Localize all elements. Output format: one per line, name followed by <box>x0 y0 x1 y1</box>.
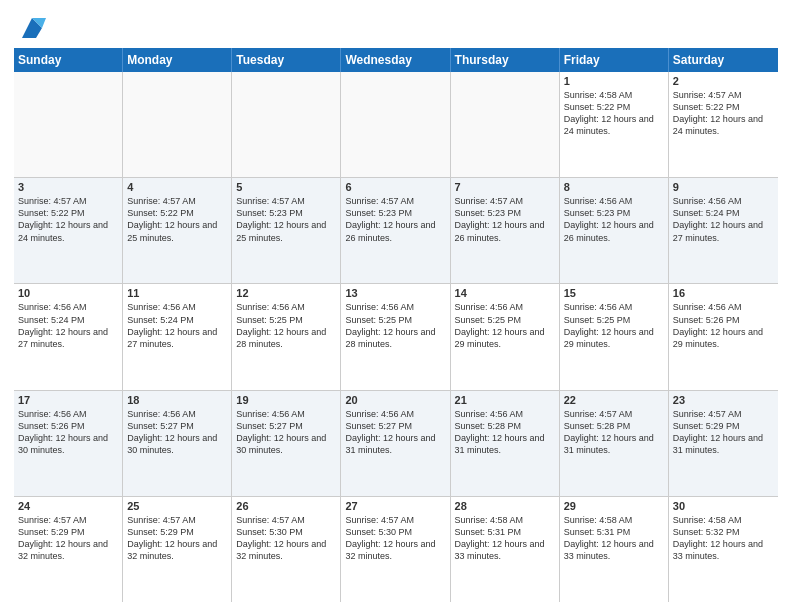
cell-info: Sunrise: 4:57 AM Sunset: 5:22 PM Dayligh… <box>18 196 108 242</box>
cell-info: Sunrise: 4:56 AM Sunset: 5:26 PM Dayligh… <box>18 409 108 455</box>
day-number: 28 <box>455 500 555 512</box>
day-number: 17 <box>18 394 118 406</box>
empty-cell <box>451 72 560 177</box>
page: SundayMondayTuesdayWednesdayThursdayFrid… <box>0 0 792 612</box>
day-cell-23: 23Sunrise: 4:57 AM Sunset: 5:29 PM Dayli… <box>669 391 778 496</box>
day-cell-9: 9Sunrise: 4:56 AM Sunset: 5:24 PM Daylig… <box>669 178 778 283</box>
cell-info: Sunrise: 4:56 AM Sunset: 5:27 PM Dayligh… <box>236 409 326 455</box>
day-cell-2: 2Sunrise: 4:57 AM Sunset: 5:22 PM Daylig… <box>669 72 778 177</box>
cell-info: Sunrise: 4:57 AM Sunset: 5:29 PM Dayligh… <box>673 409 763 455</box>
day-cell-19: 19Sunrise: 4:56 AM Sunset: 5:27 PM Dayli… <box>232 391 341 496</box>
empty-cell <box>123 72 232 177</box>
day-number: 14 <box>455 287 555 299</box>
cell-info: Sunrise: 4:57 AM Sunset: 5:30 PM Dayligh… <box>236 515 326 561</box>
calendar: SundayMondayTuesdayWednesdayThursdayFrid… <box>14 48 778 602</box>
day-number: 16 <box>673 287 774 299</box>
week-row-5: 24Sunrise: 4:57 AM Sunset: 5:29 PM Dayli… <box>14 497 778 602</box>
day-cell-30: 30Sunrise: 4:58 AM Sunset: 5:32 PM Dayli… <box>669 497 778 602</box>
week-row-3: 10Sunrise: 4:56 AM Sunset: 5:24 PM Dayli… <box>14 284 778 390</box>
day-cell-18: 18Sunrise: 4:56 AM Sunset: 5:27 PM Dayli… <box>123 391 232 496</box>
cell-info: Sunrise: 4:58 AM Sunset: 5:31 PM Dayligh… <box>564 515 654 561</box>
week-row-2: 3Sunrise: 4:57 AM Sunset: 5:22 PM Daylig… <box>14 178 778 284</box>
day-cell-20: 20Sunrise: 4:56 AM Sunset: 5:27 PM Dayli… <box>341 391 450 496</box>
cell-info: Sunrise: 4:56 AM Sunset: 5:27 PM Dayligh… <box>345 409 435 455</box>
cell-info: Sunrise: 4:56 AM Sunset: 5:24 PM Dayligh… <box>127 302 217 348</box>
empty-cell <box>14 72 123 177</box>
day-cell-3: 3Sunrise: 4:57 AM Sunset: 5:22 PM Daylig… <box>14 178 123 283</box>
cell-info: Sunrise: 4:57 AM Sunset: 5:30 PM Dayligh… <box>345 515 435 561</box>
cell-info: Sunrise: 4:56 AM Sunset: 5:24 PM Dayligh… <box>18 302 108 348</box>
day-number: 23 <box>673 394 774 406</box>
cell-info: Sunrise: 4:57 AM Sunset: 5:29 PM Dayligh… <box>127 515 217 561</box>
day-number: 22 <box>564 394 664 406</box>
day-number: 20 <box>345 394 445 406</box>
cell-info: Sunrise: 4:58 AM Sunset: 5:31 PM Dayligh… <box>455 515 545 561</box>
day-number: 12 <box>236 287 336 299</box>
cell-info: Sunrise: 4:56 AM Sunset: 5:26 PM Dayligh… <box>673 302 763 348</box>
day-cell-17: 17Sunrise: 4:56 AM Sunset: 5:26 PM Dayli… <box>14 391 123 496</box>
cell-info: Sunrise: 4:56 AM Sunset: 5:25 PM Dayligh… <box>564 302 654 348</box>
day-number: 30 <box>673 500 774 512</box>
cell-info: Sunrise: 4:56 AM Sunset: 5:24 PM Dayligh… <box>673 196 763 242</box>
day-cell-13: 13Sunrise: 4:56 AM Sunset: 5:25 PM Dayli… <box>341 284 450 389</box>
day-number: 6 <box>345 181 445 193</box>
day-cell-14: 14Sunrise: 4:56 AM Sunset: 5:25 PM Dayli… <box>451 284 560 389</box>
day-cell-25: 25Sunrise: 4:57 AM Sunset: 5:29 PM Dayli… <box>123 497 232 602</box>
day-header-monday: Monday <box>123 48 232 72</box>
day-number: 24 <box>18 500 118 512</box>
day-cell-8: 8Sunrise: 4:56 AM Sunset: 5:23 PM Daylig… <box>560 178 669 283</box>
day-cell-10: 10Sunrise: 4:56 AM Sunset: 5:24 PM Dayli… <box>14 284 123 389</box>
day-number: 18 <box>127 394 227 406</box>
day-cell-28: 28Sunrise: 4:58 AM Sunset: 5:31 PM Dayli… <box>451 497 560 602</box>
day-header-tuesday: Tuesday <box>232 48 341 72</box>
day-number: 10 <box>18 287 118 299</box>
day-cell-22: 22Sunrise: 4:57 AM Sunset: 5:28 PM Dayli… <box>560 391 669 496</box>
day-number: 26 <box>236 500 336 512</box>
week-row-4: 17Sunrise: 4:56 AM Sunset: 5:26 PM Dayli… <box>14 391 778 497</box>
day-number: 5 <box>236 181 336 193</box>
day-number: 3 <box>18 181 118 193</box>
day-header-thursday: Thursday <box>451 48 560 72</box>
cell-info: Sunrise: 4:57 AM Sunset: 5:23 PM Dayligh… <box>236 196 326 242</box>
day-number: 25 <box>127 500 227 512</box>
cell-info: Sunrise: 4:58 AM Sunset: 5:22 PM Dayligh… <box>564 90 654 136</box>
day-number: 8 <box>564 181 664 193</box>
empty-cell <box>232 72 341 177</box>
day-number: 21 <box>455 394 555 406</box>
day-cell-15: 15Sunrise: 4:56 AM Sunset: 5:25 PM Dayli… <box>560 284 669 389</box>
day-header-sunday: Sunday <box>14 48 123 72</box>
day-number: 7 <box>455 181 555 193</box>
day-number: 9 <box>673 181 774 193</box>
cell-info: Sunrise: 4:56 AM Sunset: 5:23 PM Dayligh… <box>564 196 654 242</box>
week-row-1: 1Sunrise: 4:58 AM Sunset: 5:22 PM Daylig… <box>14 72 778 178</box>
day-cell-29: 29Sunrise: 4:58 AM Sunset: 5:31 PM Dayli… <box>560 497 669 602</box>
day-cell-7: 7Sunrise: 4:57 AM Sunset: 5:23 PM Daylig… <box>451 178 560 283</box>
cell-info: Sunrise: 4:57 AM Sunset: 5:29 PM Dayligh… <box>18 515 108 561</box>
logo <box>14 14 46 42</box>
day-cell-4: 4Sunrise: 4:57 AM Sunset: 5:22 PM Daylig… <box>123 178 232 283</box>
cell-info: Sunrise: 4:57 AM Sunset: 5:28 PM Dayligh… <box>564 409 654 455</box>
day-cell-16: 16Sunrise: 4:56 AM Sunset: 5:26 PM Dayli… <box>669 284 778 389</box>
day-cell-24: 24Sunrise: 4:57 AM Sunset: 5:29 PM Dayli… <box>14 497 123 602</box>
day-number: 4 <box>127 181 227 193</box>
day-cell-11: 11Sunrise: 4:56 AM Sunset: 5:24 PM Dayli… <box>123 284 232 389</box>
day-header-saturday: Saturday <box>669 48 778 72</box>
day-cell-27: 27Sunrise: 4:57 AM Sunset: 5:30 PM Dayli… <box>341 497 450 602</box>
cell-info: Sunrise: 4:57 AM Sunset: 5:22 PM Dayligh… <box>127 196 217 242</box>
day-cell-26: 26Sunrise: 4:57 AM Sunset: 5:30 PM Dayli… <box>232 497 341 602</box>
cell-info: Sunrise: 4:56 AM Sunset: 5:25 PM Dayligh… <box>236 302 326 348</box>
day-number: 2 <box>673 75 774 87</box>
cell-info: Sunrise: 4:56 AM Sunset: 5:25 PM Dayligh… <box>455 302 545 348</box>
day-cell-12: 12Sunrise: 4:56 AM Sunset: 5:25 PM Dayli… <box>232 284 341 389</box>
header <box>14 10 778 42</box>
empty-cell <box>341 72 450 177</box>
calendar-body: 1Sunrise: 4:58 AM Sunset: 5:22 PM Daylig… <box>14 72 778 602</box>
day-number: 1 <box>564 75 664 87</box>
day-number: 19 <box>236 394 336 406</box>
day-header-wednesday: Wednesday <box>341 48 450 72</box>
cell-info: Sunrise: 4:57 AM Sunset: 5:22 PM Dayligh… <box>673 90 763 136</box>
day-header-friday: Friday <box>560 48 669 72</box>
cell-info: Sunrise: 4:56 AM Sunset: 5:28 PM Dayligh… <box>455 409 545 455</box>
calendar-header: SundayMondayTuesdayWednesdayThursdayFrid… <box>14 48 778 72</box>
day-number: 27 <box>345 500 445 512</box>
